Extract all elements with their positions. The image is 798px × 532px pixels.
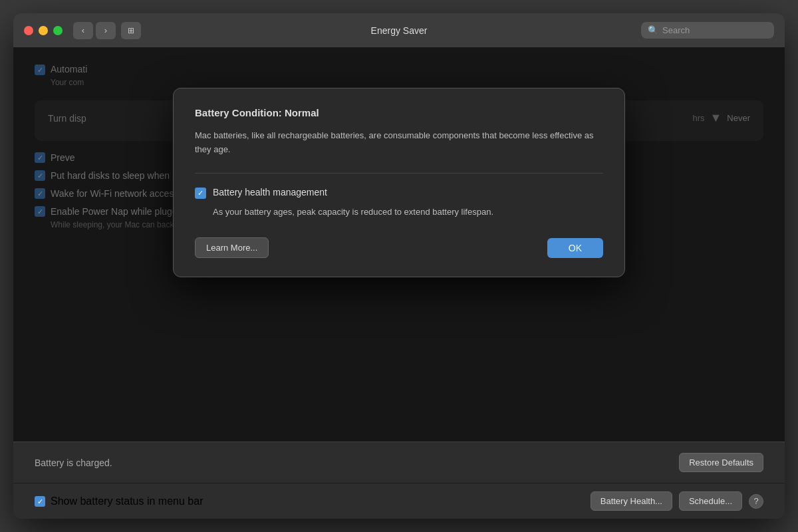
- learn-more-button[interactable]: Learn More...: [195, 237, 269, 258]
- show-battery-checkbox[interactable]: ✓: [35, 496, 45, 507]
- maximize-button[interactable]: [53, 26, 63, 35]
- search-input[interactable]: [662, 25, 767, 35]
- modal-description: Mac batteries, like all rechargeable bat…: [195, 129, 603, 157]
- help-button[interactable]: ?: [749, 494, 763, 509]
- back-button[interactable]: ‹: [73, 22, 93, 39]
- battery-health-button[interactable]: Battery Health...: [591, 491, 672, 511]
- nav-buttons: ‹ ›: [73, 22, 116, 39]
- footer-bar: ✓ Show battery status in menu bar Batter…: [13, 483, 785, 519]
- main-window: ‹ › ⊞ Energy Saver 🔍 ✓ Automati Your com…: [13, 13, 785, 519]
- modal-divider: [195, 173, 603, 174]
- battery-health-checkbox[interactable]: ✓: [195, 188, 206, 199]
- show-battery-label: Show battery status in menu bar: [51, 495, 203, 507]
- bottom-bar: Battery is charged. Restore Defaults: [13, 442, 785, 483]
- close-button[interactable]: [24, 26, 33, 35]
- traffic-lights: [24, 26, 63, 35]
- window-title: Energy Saver: [371, 25, 428, 36]
- minimize-button[interactable]: [39, 26, 48, 35]
- modal-checkbox-row: ✓ Battery health management: [195, 187, 603, 199]
- titlebar: ‹ › ⊞ Energy Saver 🔍: [13, 13, 785, 48]
- schedule-button[interactable]: Schedule...: [679, 491, 742, 511]
- restore-defaults-button[interactable]: Restore Defaults: [679, 453, 763, 472]
- search-icon: 🔍: [648, 25, 658, 35]
- battery-health-desc: As your battery ages, peak capacity is r…: [213, 205, 603, 219]
- modal-overlay: Battery Condition: Normal Mac batteries,…: [13, 48, 785, 442]
- footer-left: ✓ Show battery status in menu bar: [35, 495, 203, 507]
- footer-right: Battery Health... Schedule... ?: [591, 491, 763, 511]
- grid-button[interactable]: ⊞: [121, 22, 141, 39]
- battery-health-label: Battery health management: [213, 187, 327, 198]
- battery-condition-modal: Battery Condition: Normal Mac batteries,…: [173, 88, 625, 277]
- main-content: ✓ Automati Your com Turn disp hrs ▼ Neve…: [13, 48, 785, 442]
- modal-title: Battery Condition: Normal: [195, 107, 603, 118]
- forward-button[interactable]: ›: [96, 22, 116, 39]
- search-bar[interactable]: 🔍: [641, 22, 774, 39]
- ok-button[interactable]: OK: [547, 238, 603, 258]
- checkbox-check-icon: ✓: [198, 189, 203, 198]
- battery-status: Battery is charged.: [35, 458, 112, 468]
- modal-buttons: Learn More... OK: [195, 237, 603, 258]
